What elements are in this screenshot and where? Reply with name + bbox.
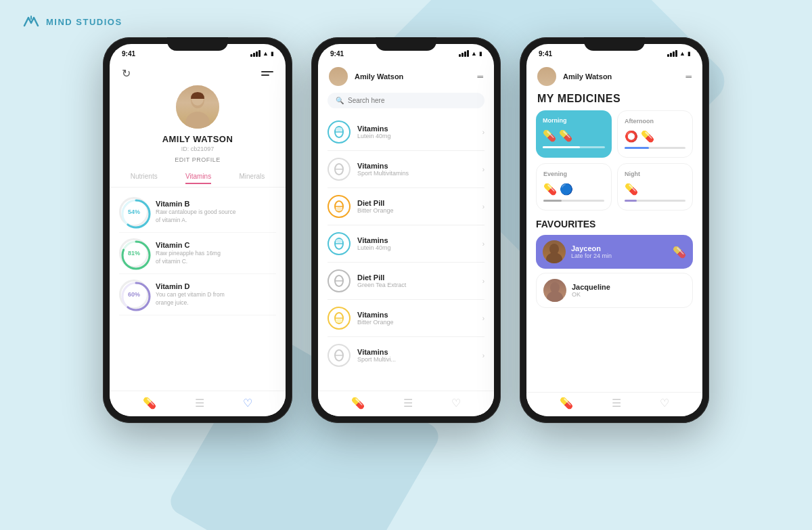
evening-label: Evening bbox=[543, 171, 604, 177]
chevron-icon-2: › bbox=[482, 166, 484, 173]
medicine-item[interactable]: Vitamins Lutein 40mg › bbox=[328, 225, 484, 263]
phone-notch-2 bbox=[376, 37, 436, 51]
phone-screen-3: 9:41 ▲ ▮ Amily Watson ═ bbox=[526, 44, 702, 416]
schedule-afternoon[interactable]: Afternoon ⭕ 💊 bbox=[617, 110, 693, 158]
morning-progress bbox=[543, 146, 605, 148]
med-info-6: Vitamins Bitter Orange bbox=[357, 311, 476, 326]
favourite-info-jayceon: Jayceon Late for 24 min bbox=[571, 244, 667, 259]
favourite-status-jacqueline: OK bbox=[572, 291, 685, 298]
afternoon-progress-fill bbox=[625, 147, 649, 149]
refresh-icon[interactable]: ↻ bbox=[122, 67, 131, 80]
hamburger-menu[interactable] bbox=[261, 71, 273, 76]
nav-pill-icon[interactable]: 💊 bbox=[143, 397, 156, 410]
nav-pill-icon-3[interactable]: 💊 bbox=[560, 397, 573, 410]
svg-point-31 bbox=[547, 291, 563, 302]
nav-list-icon-3[interactable]: ☰ bbox=[612, 397, 621, 410]
phone2-menu-icon[interactable]: ═ bbox=[477, 72, 483, 81]
med-info-3: Diet Pill Bitter Orange bbox=[357, 199, 476, 214]
vitamin-d-progress: 60% bbox=[119, 280, 149, 309]
nav-list-icon-2[interactable]: ☰ bbox=[403, 397, 413, 410]
morning-label: Morning bbox=[543, 117, 605, 124]
nav-pill-icon-2[interactable]: 💊 bbox=[351, 397, 365, 410]
vitamin-c-progress: 81% bbox=[119, 238, 149, 268]
morning-pill-2: 💊 bbox=[559, 129, 572, 142]
bottom-nav-2: 💊 ☰ ♡ bbox=[318, 391, 494, 416]
wifi-icon-3: ▲ bbox=[679, 50, 685, 57]
svg-point-16 bbox=[336, 207, 342, 211]
logo-text: MIND STUDIOS bbox=[46, 17, 122, 27]
favourite-item-jayceon[interactable]: Jayceon Late for 24 min 💊 bbox=[536, 235, 693, 269]
nav-heart-icon[interactable]: ♡ bbox=[243, 397, 252, 410]
status-time-2: 9:41 bbox=[330, 50, 344, 58]
wifi-icon-2: ▲ bbox=[471, 50, 477, 57]
med-icon-7 bbox=[328, 344, 351, 367]
medicine-item[interactable]: Diet Pill Green Tea Extract › bbox=[328, 263, 484, 300]
evening-progress-fill bbox=[543, 200, 562, 202]
battery-icon-1: ▮ bbox=[271, 51, 273, 57]
favourite-avatar-jayceon bbox=[543, 240, 566, 263]
edit-profile-button[interactable]: EDIT PROFILE bbox=[175, 156, 220, 163]
med-info-2: Vitamins Sport Multivitamins bbox=[357, 162, 476, 177]
tab-vitamins[interactable]: Vitamins bbox=[185, 173, 211, 184]
favourite-info-jacqueline: Jacqueline OK bbox=[572, 283, 685, 298]
battery-icon-2: ▮ bbox=[479, 51, 482, 57]
favourite-avatar-jacqueline bbox=[543, 279, 566, 302]
vitamin-b-progress: 54% bbox=[119, 197, 149, 227]
nav-heart-icon-3[interactable]: ♡ bbox=[660, 397, 669, 410]
morning-pills: 💊 💊 bbox=[543, 129, 605, 142]
phone2-header: Amily Watson ═ bbox=[318, 63, 494, 90]
medicine-item[interactable]: Vitamins Sport Multivi... › bbox=[328, 337, 484, 374]
med-icon-5 bbox=[328, 269, 351, 292]
night-progress-fill bbox=[625, 200, 637, 202]
night-progress bbox=[625, 200, 685, 202]
chevron-icon-4: › bbox=[482, 240, 484, 248]
phone-screen-1: 9:41 ▲ ▮ ↻ bbox=[110, 44, 286, 416]
nav-list-icon[interactable]: ☰ bbox=[195, 397, 204, 410]
evening-progress bbox=[543, 200, 604, 202]
phones-container: 9:41 ▲ ▮ ↻ bbox=[103, 37, 709, 423]
nav-heart-icon-2[interactable]: ♡ bbox=[451, 397, 461, 410]
status-icons-2: ▲ ▮ bbox=[459, 50, 482, 57]
medicine-item[interactable]: Vitamins Sport Multivitamins › bbox=[328, 151, 484, 188]
phone-notch-1 bbox=[167, 37, 228, 51]
search-icon: 🔍 bbox=[336, 97, 344, 104]
vitamin-item: 54% Vitamin B Raw cantaloupe is good sou… bbox=[119, 192, 276, 233]
med-icon-2 bbox=[328, 158, 351, 181]
vitamin-d-info: Vitamin D You can get vitamin D fromoran… bbox=[156, 282, 225, 306]
med-icon-4 bbox=[328, 232, 351, 255]
medicine-item[interactable]: Vitamins Bitter Orange › bbox=[328, 300, 484, 337]
schedule-morning[interactable]: Morning 💊 💊 bbox=[536, 110, 612, 158]
schedule-night[interactable]: Night 💊 bbox=[617, 163, 693, 211]
phone1-content: ↻ bbox=[110, 63, 286, 416]
status-icons-3: ▲ ▮ bbox=[667, 50, 690, 57]
tab-nutrients[interactable]: Nutrients bbox=[131, 173, 158, 184]
phone2-username: Amily Watson bbox=[355, 72, 470, 81]
search-input[interactable] bbox=[348, 97, 476, 104]
afternoon-pills: ⭕ 💊 bbox=[625, 130, 685, 143]
vitamin-item: 81% Vitamin C Raw pineapple has 16mgof v… bbox=[119, 233, 276, 274]
medicine-item[interactable]: Diet Pill Bitter Orange › bbox=[328, 188, 484, 225]
chevron-icon-5: › bbox=[482, 278, 484, 285]
svg-point-11 bbox=[336, 127, 342, 131]
med-icon-1 bbox=[328, 120, 351, 143]
chevron-icon-3: › bbox=[482, 203, 484, 211]
phone-my-medicines: 9:41 ▲ ▮ Amily Watson ═ bbox=[520, 37, 709, 423]
chevron-icon-7: › bbox=[482, 352, 484, 359]
avatar-image bbox=[176, 85, 219, 129]
profile-tabs: Nutrients Vitamins Minerals bbox=[110, 167, 286, 187]
afternoon-pill-1: ⭕ bbox=[625, 130, 638, 143]
favourite-name-jayceon: Jayceon bbox=[571, 244, 667, 252]
medicine-item[interactable]: Vitamins Lutein 40mg › bbox=[328, 114, 484, 151]
favourite-item-jacqueline[interactable]: Jacqueline OK bbox=[536, 273, 693, 308]
profile-name: AMILY WATSON bbox=[162, 134, 233, 144]
afternoon-pill-2: 💊 bbox=[641, 130, 654, 143]
schedule-grid: Morning 💊 💊 Afternoon ⭕ bbox=[526, 110, 702, 216]
evening-pill-2: 🔵 bbox=[560, 183, 573, 196]
med-info-5: Diet Pill Green Tea Extract bbox=[357, 273, 476, 288]
phone3-menu-icon[interactable]: ═ bbox=[685, 72, 692, 81]
schedule-evening[interactable]: Evening 💊 🔵 bbox=[536, 163, 612, 211]
tab-minerals[interactable]: Minerals bbox=[240, 173, 265, 184]
favourite-status-jayceon: Late for 24 min bbox=[571, 252, 667, 259]
profile-avatar-section: AMILY WATSON ID: cb21097 EDIT PROFILE bbox=[110, 83, 286, 167]
status-time-3: 9:41 bbox=[539, 50, 552, 58]
